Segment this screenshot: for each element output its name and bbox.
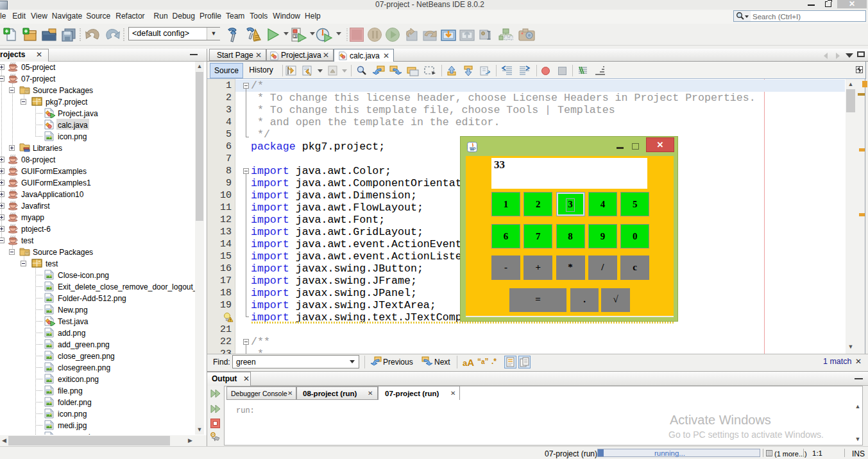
svg-text:3: 3 bbox=[294, 34, 296, 39]
